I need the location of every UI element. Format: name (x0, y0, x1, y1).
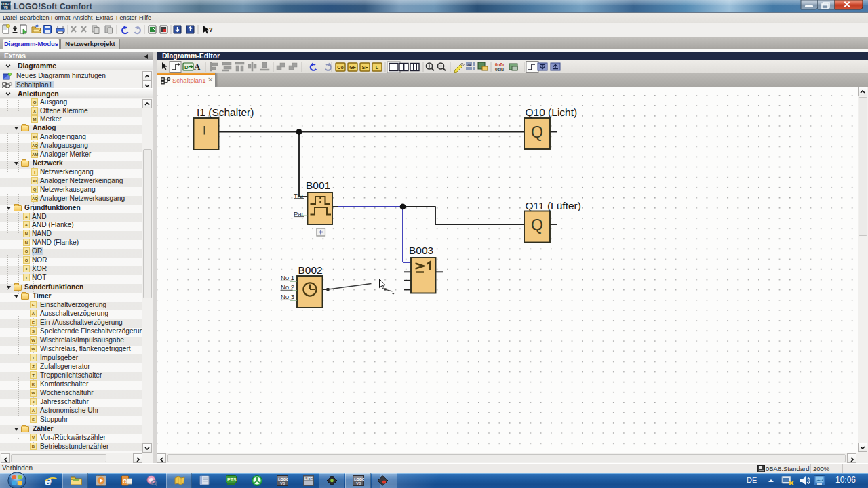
svg-text:?: ? (209, 26, 213, 33)
svg-text:L: L (376, 65, 379, 70)
svg-text:V8: V8 (356, 481, 361, 485)
svg-text:34: 34 (467, 63, 471, 67)
svg-text:D: D (184, 64, 189, 70)
svg-text:Q: Q (531, 216, 543, 234)
svg-text:V8: V8 (280, 481, 285, 485)
svg-text:No 1: No 1 (281, 274, 294, 281)
svg-text:GF: GF (349, 65, 356, 70)
svg-text:Co: Co (337, 65, 343, 70)
svg-text:B001: B001 (306, 180, 330, 191)
svg-text:0n0r: 0n0r (495, 62, 505, 67)
svg-text:LIFE: LIFE (304, 476, 313, 481)
svg-text:Par: Par (294, 210, 304, 218)
svg-text:Q11 (Lüfter): Q11 (Lüfter) (526, 200, 581, 211)
svg-text:LOGO: LOGO (354, 477, 364, 481)
svg-text:No 2: No 2 (281, 283, 294, 291)
svg-text:Trg: Trg (294, 192, 303, 199)
svg-text:I1 (Schalter): I1 (Schalter) (197, 106, 254, 118)
svg-text:B002: B002 (298, 264, 323, 276)
svg-text:No 3: No 3 (281, 293, 294, 300)
svg-text:SF: SF (362, 65, 369, 70)
svg-text:Q: Q (531, 123, 543, 141)
svg-text:ETS: ETS (227, 477, 237, 482)
svg-text:0siu: 0siu (495, 67, 504, 72)
svg-text:Q10 (Licht): Q10 (Licht) (526, 106, 578, 118)
svg-text:LOGO: LOGO (278, 477, 288, 481)
svg-text:A: A (194, 62, 201, 72)
svg-text:B003: B003 (409, 245, 433, 256)
